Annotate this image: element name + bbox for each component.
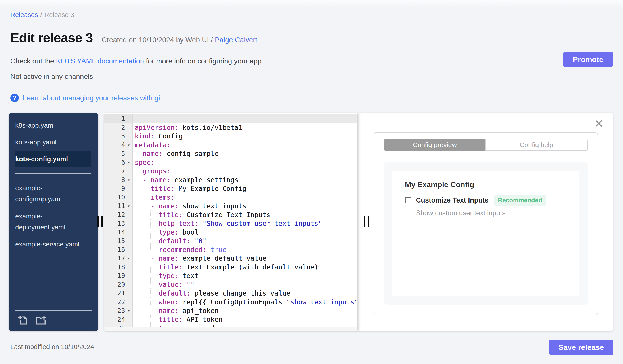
line-gutter: 13 <box>104 219 133 228</box>
yaml-editor[interactable]: 1---2apiVersion: kots.io/v1beta13kind: C… <box>104 113 357 331</box>
code-line[interactable]: 7 groups: <box>104 167 357 176</box>
save-release-button[interactable]: Save release <box>549 340 614 355</box>
code-line[interactable]: 13 help_text: "Show custom user text inp… <box>104 219 357 228</box>
code-line[interactable]: 1--- <box>104 114 357 123</box>
file-item[interactable]: example-deployment.yaml <box>15 208 84 236</box>
line-gutter: 17▾ <box>104 254 133 263</box>
code-line[interactable]: 24 title: API token <box>104 315 357 324</box>
code-line[interactable]: 3kind: Config <box>104 132 357 141</box>
fold-arrow-icon[interactable]: ▾ <box>125 202 133 210</box>
customize-text-inputs-checkbox[interactable] <box>405 197 411 203</box>
code-line[interactable]: 15 default: "0" <box>104 237 357 245</box>
fold-arrow-icon[interactable]: ▾ <box>125 158 133 167</box>
line-number: 5 <box>104 149 125 158</box>
code-line[interactable]: 18 title: Text Example (with default val… <box>104 263 357 272</box>
line-gutter: 9 <box>104 184 133 193</box>
fold-spacer <box>125 237 133 245</box>
add-file-icon[interactable] <box>17 314 29 326</box>
close-icon[interactable] <box>595 119 603 128</box>
editor-and-panel: 1---2apiVersion: kots.io/v1beta13kind: C… <box>104 113 613 331</box>
code-line[interactable]: 14 type: bool <box>104 228 357 237</box>
code-line[interactable]: 6▾spec: <box>104 158 357 167</box>
line-gutter: 4▾ <box>104 141 133 150</box>
promote-button[interactable]: Promote <box>563 52 613 67</box>
file-item[interactable]: kots-config.yaml <box>15 151 91 167</box>
code-line[interactable]: 11▾ - name: show_text_inputs <box>104 202 357 210</box>
last-modified: Last modified on 10/10/2024 <box>10 343 94 350</box>
tab-config-preview[interactable]: Config preview <box>384 139 486 151</box>
code-content: default: please change this value <box>133 289 357 298</box>
code-line[interactable]: 22 when: repl{{ ConfigOptionEquals "show… <box>104 298 357 306</box>
code-line[interactable]: 23▾ - name: api_token <box>104 306 357 315</box>
code-line[interactable]: 16 recommended: true <box>104 245 357 254</box>
code-content: title: Text Example (with default value) <box>133 263 357 272</box>
code-line[interactable]: 10 items: <box>104 193 357 202</box>
code-line[interactable]: 8▾ - name: example_settings <box>104 176 357 184</box>
code-content: - name: example_default_value <box>133 254 357 263</box>
line-gutter: 8▾ <box>104 176 133 184</box>
fold-arrow-icon[interactable]: ▾ <box>125 176 133 184</box>
fold-spacer <box>125 184 133 193</box>
code-content: groups: <box>133 167 357 176</box>
code-content: kind: Config <box>133 132 357 141</box>
created-author-link[interactable]: Paige Calvert <box>215 36 257 44</box>
page-title: Edit release 3 <box>10 30 93 45</box>
fold-spacer <box>125 123 133 132</box>
horizontal-scrollbar[interactable] <box>104 327 357 331</box>
code-line[interactable]: 2apiVersion: kots.io/v1beta1 <box>104 123 357 132</box>
line-number: 24 <box>104 315 125 324</box>
code-line[interactable]: 9 title: My Example Config <box>104 184 357 193</box>
line-gutter: 20 <box>104 280 133 289</box>
code-content: value: "" <box>133 280 357 289</box>
line-gutter: 3 <box>104 132 133 141</box>
created-info: Created on 10/10/2024 by Web UI / Paige … <box>102 36 257 44</box>
fold-arrow-icon[interactable]: ▾ <box>125 306 133 315</box>
doc-line: Check out the KOTS YAML documentation fo… <box>10 57 264 65</box>
file-item[interactable]: k8s-app.yaml <box>15 117 91 134</box>
code-line[interactable]: 17▾ - name: example_default_value <box>104 254 357 263</box>
code-line[interactable]: 20 value: "" <box>104 280 357 289</box>
line-gutter: 21 <box>104 289 133 298</box>
code-content: default: "0" <box>133 237 357 245</box>
line-number: 6 <box>104 158 125 167</box>
line-gutter: 24 <box>104 315 133 324</box>
doc-suffix: for more info on configuring your app. <box>144 57 264 65</box>
code-content: title: My Example Config <box>133 184 357 193</box>
add-folder-icon[interactable] <box>35 314 47 326</box>
breadcrumb-current: Release 3 <box>44 11 74 18</box>
breadcrumb-releases-link[interactable]: Releases <box>10 11 38 18</box>
preview-inner-card: My Example Config Customize Text Inputs … <box>392 170 579 296</box>
kots-yaml-doc-link[interactable]: KOTS YAML documentation <box>56 57 144 65</box>
line-gutter: 16 <box>104 245 133 254</box>
fold-spacer <box>125 167 133 176</box>
code-line[interactable]: 19 type: text <box>104 271 357 280</box>
code-line[interactable]: 12 title: Customize Text Inputs <box>104 210 357 219</box>
line-number: 4 <box>104 141 125 150</box>
panel-resize-handle[interactable] <box>364 217 369 227</box>
file-item[interactable]: kots-app.yaml <box>15 134 91 151</box>
line-gutter: 18 <box>104 263 133 272</box>
line-gutter: 1 <box>104 114 133 123</box>
code-content: title: API token <box>133 315 357 324</box>
file-item[interactable]: example-configmap.yaml <box>15 179 84 208</box>
fold-arrow-icon[interactable]: ▾ <box>125 141 133 150</box>
preview-area: My Example Config Customize Text Inputs … <box>384 162 588 304</box>
tab-config-help[interactable]: Config help <box>486 139 588 151</box>
code-line[interactable]: 4▾metadata: <box>104 141 357 150</box>
code-line[interactable]: 5 name: config-sample <box>104 149 357 158</box>
sidebar-resize-handle[interactable] <box>97 217 103 227</box>
code-line[interactable]: 21 default: please change this value <box>104 289 357 298</box>
line-number: 23 <box>104 306 125 315</box>
config-item-help: Show custom user text inputs <box>416 209 573 217</box>
line-number: 11 <box>104 202 125 210</box>
file-item[interactable]: example-service.yaml <box>15 236 91 253</box>
line-number: 1 <box>104 114 125 123</box>
breadcrumb: Releases/Release 3 <box>10 11 74 19</box>
fold-spacer <box>125 298 133 306</box>
git-releases-link[interactable]: Learn about managing your releases with … <box>23 94 162 102</box>
line-number: 20 <box>104 280 125 289</box>
fold-arrow-icon[interactable]: ▾ <box>125 254 133 263</box>
line-number: 10 <box>104 193 125 202</box>
fold-spacer <box>125 315 133 324</box>
code-content: type: text <box>133 271 357 280</box>
